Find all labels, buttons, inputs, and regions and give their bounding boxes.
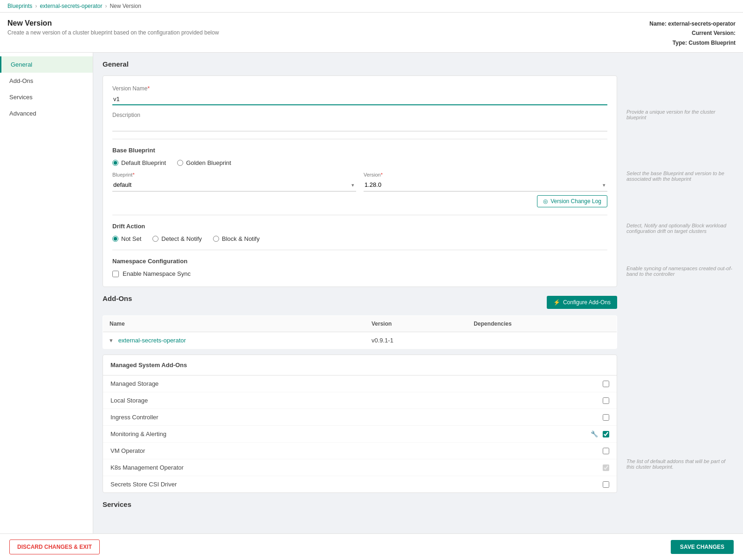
breadcrumb-operator[interactable]: external-secrets-operator xyxy=(40,3,102,9)
managed-storage-actions xyxy=(603,381,609,387)
version-select[interactable]: 1.28.0 xyxy=(364,178,607,191)
addons-section-title: Add-Ons xyxy=(103,294,132,302)
spacer-ns xyxy=(626,234,734,262)
info-version-row: Current Version: xyxy=(649,28,736,38)
spacer-version-name xyxy=(626,77,734,105)
blueprint-select-row: Blueprint* default Version xyxy=(112,172,607,191)
default-blueprint-option[interactable]: Default Blueprint xyxy=(112,159,166,166)
k8s-mgmt-actions xyxy=(603,464,609,471)
golden-blueprint-option[interactable]: Golden Blueprint xyxy=(177,159,231,166)
drift-action-radio-group: Not Set Detect & Notify Block & Notify xyxy=(112,235,607,242)
addon-name-cell: ▾ external-secrets-operator xyxy=(103,332,365,349)
breadcrumb: Blueprints › external-secrets-operator ›… xyxy=(7,3,141,9)
drift-action-section: Drift Action Not Set Detect & Notify xyxy=(112,223,607,242)
general-hints: Provide a unique version for the cluster… xyxy=(626,75,734,294)
managed-addons-title: Managed System Add-Ons xyxy=(110,362,609,369)
page-header-left: New Version Create a new version of a cl… xyxy=(7,19,219,36)
topbar: Blueprints › external-secrets-operator ›… xyxy=(0,0,743,13)
managed-addon-local-storage: Local Storage xyxy=(103,392,617,409)
save-button[interactable]: SAVE CHANGES xyxy=(671,540,734,554)
breadcrumb-sep-2: › xyxy=(105,3,107,9)
managed-storage-checkbox[interactable] xyxy=(603,381,609,387)
namespace-config-title: Namespace Configuration xyxy=(112,258,607,265)
sidebar-item-advanced[interactable]: Advanced xyxy=(0,105,93,122)
enable-namespace-sync-label: Enable Namespace Sync xyxy=(123,270,191,277)
default-blueprint-radio[interactable] xyxy=(112,160,118,166)
version-name-required: * xyxy=(147,85,150,92)
info-type-value: Custom Blueprint xyxy=(688,40,736,46)
general-top-area: Version Name* Description Base Blueprint xyxy=(103,75,734,294)
col-version: Version xyxy=(365,316,467,332)
description-input[interactable] xyxy=(112,120,607,131)
discard-button[interactable]: DISCARD CHANGES & EXIT xyxy=(9,540,100,554)
blueprint-select-wrapper: default xyxy=(112,178,356,191)
local-storage-actions xyxy=(603,397,609,404)
monitoring-checkbox[interactable] xyxy=(603,431,609,437)
secrets-csi-checkbox[interactable] xyxy=(603,481,609,488)
namespace-config-section: Namespace Configuration Enable Namespace… xyxy=(112,258,607,277)
blueprint-select[interactable]: default xyxy=(112,178,356,191)
k8s-mgmt-checkbox[interactable] xyxy=(603,464,609,471)
addon-name-link[interactable]: external-secrets-operator xyxy=(118,337,186,344)
page-header-right: Name: external-secrets-operator Current … xyxy=(649,19,736,48)
description-label: Description xyxy=(112,112,607,118)
changelog-icon: ◎ xyxy=(543,198,548,205)
drift-not-set-label: Not Set xyxy=(121,235,141,242)
base-blueprint-hint: Select the base Blueprint and version to… xyxy=(626,167,734,182)
version-name-input[interactable] xyxy=(112,94,607,105)
managed-addon-k8s-mgmt: K8s Management Operator xyxy=(103,459,617,476)
divider-3 xyxy=(112,250,607,250)
ingress-checkbox[interactable] xyxy=(603,414,609,421)
info-name-value: external-secrets-operator xyxy=(668,20,736,27)
sidebar-item-addons[interactable]: Add-Ons xyxy=(0,73,93,89)
col-name: Name xyxy=(103,316,365,332)
addons-table-head: Name Version Dependencies xyxy=(103,316,617,332)
drift-detect-notify-option[interactable]: Detect & Notify xyxy=(152,235,202,242)
drift-block-notify-radio[interactable] xyxy=(213,236,219,242)
managed-addons-hint: The list of default addons that will be … xyxy=(626,455,734,470)
default-blueprint-label: Default Blueprint xyxy=(121,159,166,166)
general-card: Version Name* Description Base Blueprint xyxy=(103,75,617,287)
configure-addons-button[interactable]: ⚡ Configure Add-Ons xyxy=(547,296,617,309)
page-header: New Version Create a new version of a cl… xyxy=(0,13,743,53)
table-row: ▾ external-secrets-operator v0.9.1-1 xyxy=(103,332,617,349)
addons-table-body: ▾ external-secrets-operator v0.9.1-1 xyxy=(103,332,617,349)
enable-namespace-sync-checkbox[interactable] xyxy=(112,271,119,277)
divider-2 xyxy=(112,215,607,215)
page-subtitle: Create a new version of a cluster bluepr… xyxy=(7,29,219,36)
k8s-mgmt-label: K8s Management Operator xyxy=(110,464,184,471)
golden-blueprint-radio[interactable] xyxy=(177,160,183,166)
managed-addon-secrets-csi: Secrets Store CSI Driver xyxy=(103,476,617,492)
managed-storage-label: Managed Storage xyxy=(110,380,158,387)
expand-icon[interactable]: ▾ xyxy=(110,337,113,344)
managed-addon-ingress: Ingress Controller xyxy=(103,409,617,426)
sidebar: General Add-Ons Services Advanced xyxy=(0,53,93,560)
secrets-csi-label: Secrets Store CSI Driver xyxy=(110,481,177,488)
info-type-label: Type: xyxy=(673,40,687,46)
version-changelog-button[interactable]: ◎ Version Change Log xyxy=(537,195,607,207)
vm-operator-label: VM Operator xyxy=(110,447,145,454)
drift-block-notify-option[interactable]: Block & Notify xyxy=(213,235,260,242)
vm-operator-checkbox[interactable] xyxy=(603,448,609,454)
base-blueprint-section: Base Blueprint Default Blueprint Golden … xyxy=(112,147,607,207)
managed-addons-card: Managed System Add-Ons Managed Storage L… xyxy=(103,355,617,493)
local-storage-checkbox[interactable] xyxy=(603,397,609,404)
drift-not-set-radio[interactable] xyxy=(112,236,118,242)
drift-block-notify-label: Block & Notify xyxy=(222,235,260,242)
namespace-hint: Enable syncing of namespaces created out… xyxy=(626,262,734,277)
version-select-wrapper: 1.28.0 xyxy=(364,178,607,191)
breadcrumb-current: New Version xyxy=(110,3,141,9)
breadcrumb-blueprints[interactable]: Blueprints xyxy=(7,3,32,9)
managed-addon-monitoring: Monitoring & Alerting 🔧 xyxy=(103,426,617,443)
blueprint-select-label: Blueprint* xyxy=(112,172,356,178)
sidebar-item-general[interactable]: General xyxy=(0,56,93,73)
drift-action-title: Drift Action xyxy=(112,223,607,230)
blueprint-select-group: Blueprint* default xyxy=(112,172,356,191)
enable-namespace-sync-option[interactable]: Enable Namespace Sync xyxy=(112,270,607,277)
drift-not-set-option[interactable]: Not Set xyxy=(112,235,141,242)
breadcrumb-nav: Blueprints › external-secrets-operator ›… xyxy=(0,0,743,13)
sidebar-item-services[interactable]: Services xyxy=(0,89,93,105)
base-blueprint-radio-group: Default Blueprint Golden Blueprint xyxy=(112,159,607,166)
configure-addons-label: Configure Add-Ons xyxy=(563,299,611,306)
drift-detect-notify-radio[interactable] xyxy=(152,236,158,242)
